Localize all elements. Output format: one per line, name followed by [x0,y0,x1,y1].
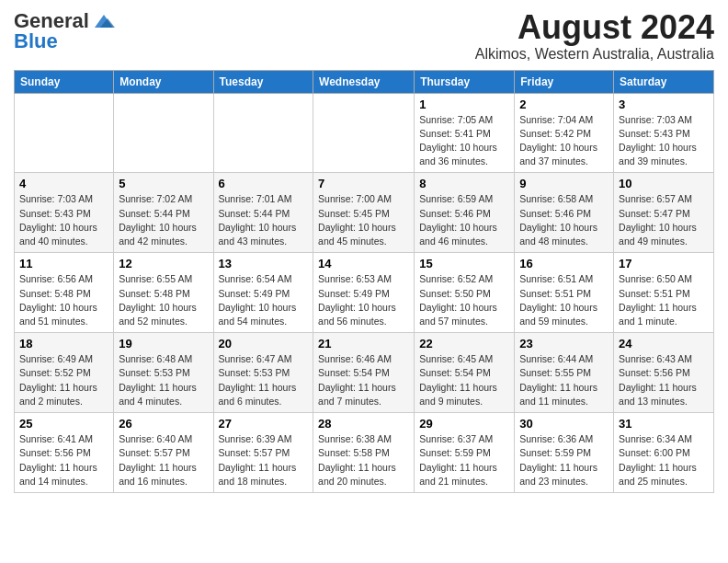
day-number: 19 [119,337,208,350]
week-row-4: 18Sunrise: 6:49 AMSunset: 5:52 PMDayligh… [15,333,714,413]
day-number: 7 [318,177,409,190]
day-info: Sunrise: 6:39 AMSunset: 5:57 PMDaylight:… [219,432,309,488]
week-row-5: 25Sunrise: 6:41 AMSunset: 5:56 PMDayligh… [15,413,714,493]
day-info: Sunrise: 6:34 AMSunset: 6:00 PMDaylight:… [619,432,709,488]
calendar-cell: 12Sunrise: 6:55 AMSunset: 5:48 PMDayligh… [114,253,213,333]
calendar-cell [114,93,213,173]
day-number: 2 [519,98,609,111]
day-number: 27 [219,417,309,431]
day-number: 26 [119,417,208,431]
calendar-cell [15,93,114,173]
day-info: Sunrise: 6:36 AMSunset: 5:59 PMDaylight:… [519,432,609,488]
calendar-cell: 7Sunrise: 7:00 AMSunset: 5:45 PMDaylight… [313,173,415,253]
day-number: 1 [419,98,509,111]
day-number: 11 [19,257,108,270]
calendar-cell: 28Sunrise: 6:38 AMSunset: 5:58 PMDayligh… [313,413,415,493]
day-info: Sunrise: 6:37 AMSunset: 5:59 PMDaylight:… [419,432,509,488]
day-number: 13 [219,257,309,270]
day-of-week-wednesday: Wednesday [313,70,415,93]
calendar-cell: 13Sunrise: 6:54 AMSunset: 5:49 PMDayligh… [213,253,313,333]
day-number: 25 [19,417,108,431]
day-number: 14 [318,257,409,270]
day-info: Sunrise: 6:50 AMSunset: 5:51 PMDaylight:… [619,272,709,328]
day-info: Sunrise: 6:47 AMSunset: 5:53 PMDaylight:… [219,352,309,408]
day-info: Sunrise: 6:44 AMSunset: 5:55 PMDaylight:… [519,352,609,408]
day-info: Sunrise: 7:03 AMSunset: 5:43 PMDaylight:… [19,192,108,248]
logo-blue: Blue [14,29,58,53]
day-info: Sunrise: 6:40 AMSunset: 5:57 PMDaylight:… [119,432,208,488]
day-info: Sunrise: 7:05 AMSunset: 5:41 PMDaylight:… [419,113,509,169]
day-number: 18 [19,337,108,350]
calendar-cell: 4Sunrise: 7:03 AMSunset: 5:43 PMDaylight… [15,173,114,253]
calendar-cell: 27Sunrise: 6:39 AMSunset: 5:57 PMDayligh… [213,413,313,493]
calendar-cell: 24Sunrise: 6:43 AMSunset: 5:56 PMDayligh… [614,333,714,413]
week-row-1: 1Sunrise: 7:05 AMSunset: 5:41 PMDaylight… [15,93,714,173]
logo-bird-icon [91,11,117,31]
calendar-cell: 19Sunrise: 6:48 AMSunset: 5:53 PMDayligh… [114,333,213,413]
day-number: 17 [619,257,709,270]
calendar-cell: 20Sunrise: 6:47 AMSunset: 5:53 PMDayligh… [213,333,313,413]
day-number: 6 [219,177,309,190]
day-number: 30 [519,417,609,431]
calendar-cell: 11Sunrise: 6:56 AMSunset: 5:48 PMDayligh… [15,253,114,333]
day-of-week-sunday: Sunday [15,70,114,93]
page-header: General Blue August 2024 Alkimos, Wester… [14,9,714,63]
calendar-table: SundayMondayTuesdayWednesdayThursdayFrid… [14,70,714,493]
location-title: Alkimos, Western Australia, Australia [475,46,714,63]
logo: General Blue [14,9,117,53]
calendar-cell [213,93,313,173]
day-number: 23 [519,337,609,350]
day-info: Sunrise: 6:58 AMSunset: 5:46 PMDaylight:… [519,192,609,248]
day-number: 24 [619,337,709,350]
day-number: 15 [419,257,509,270]
day-info: Sunrise: 6:52 AMSunset: 5:50 PMDaylight:… [419,272,509,328]
day-number: 10 [619,177,709,190]
day-info: Sunrise: 6:57 AMSunset: 5:47 PMDaylight:… [619,192,709,248]
calendar-cell: 8Sunrise: 6:59 AMSunset: 5:46 PMDaylight… [415,173,515,253]
day-number: 3 [619,98,709,111]
day-of-week-saturday: Saturday [614,70,714,93]
day-info: Sunrise: 6:46 AMSunset: 5:54 PMDaylight:… [318,352,409,408]
day-number: 16 [519,257,609,270]
day-number: 5 [119,177,208,190]
calendar-cell: 2Sunrise: 7:04 AMSunset: 5:42 PMDaylight… [515,93,614,173]
day-number: 28 [318,417,409,431]
calendar-cell: 17Sunrise: 6:50 AMSunset: 5:51 PMDayligh… [614,253,714,333]
day-of-week-tuesday: Tuesday [213,70,313,93]
calendar-cell: 23Sunrise: 6:44 AMSunset: 5:55 PMDayligh… [515,333,614,413]
day-number: 9 [519,177,609,190]
calendar-cell: 30Sunrise: 6:36 AMSunset: 5:59 PMDayligh… [515,413,614,493]
calendar-cell: 10Sunrise: 6:57 AMSunset: 5:47 PMDayligh… [614,173,714,253]
calendar-cell: 6Sunrise: 7:01 AMSunset: 5:44 PMDaylight… [213,173,313,253]
week-row-2: 4Sunrise: 7:03 AMSunset: 5:43 PMDaylight… [15,173,714,253]
day-info: Sunrise: 6:41 AMSunset: 5:56 PMDaylight:… [19,432,108,488]
day-info: Sunrise: 6:59 AMSunset: 5:46 PMDaylight:… [419,192,509,248]
day-info: Sunrise: 6:38 AMSunset: 5:58 PMDaylight:… [318,432,409,488]
calendar-cell: 31Sunrise: 6:34 AMSunset: 6:00 PMDayligh… [614,413,714,493]
day-info: Sunrise: 6:51 AMSunset: 5:51 PMDaylight:… [519,272,609,328]
day-number: 29 [419,417,509,431]
day-of-week-friday: Friday [515,70,614,93]
day-number: 31 [619,417,709,431]
day-info: Sunrise: 6:49 AMSunset: 5:52 PMDaylight:… [19,352,108,408]
day-of-week-monday: Monday [114,70,213,93]
day-info: Sunrise: 6:55 AMSunset: 5:48 PMDaylight:… [119,272,208,328]
calendar-cell: 26Sunrise: 6:40 AMSunset: 5:57 PMDayligh… [114,413,213,493]
day-number: 4 [19,177,108,190]
day-info: Sunrise: 6:48 AMSunset: 5:53 PMDaylight:… [119,352,208,408]
day-number: 22 [419,337,509,350]
calendar-cell: 9Sunrise: 6:58 AMSunset: 5:46 PMDaylight… [515,173,614,253]
calendar-cell: 15Sunrise: 6:52 AMSunset: 5:50 PMDayligh… [415,253,515,333]
calendar-cell: 21Sunrise: 6:46 AMSunset: 5:54 PMDayligh… [313,333,415,413]
day-info: Sunrise: 7:03 AMSunset: 5:43 PMDaylight:… [619,113,709,169]
calendar-cell: 1Sunrise: 7:05 AMSunset: 5:41 PMDaylight… [415,93,515,173]
day-info: Sunrise: 7:02 AMSunset: 5:44 PMDaylight:… [119,192,208,248]
month-title: August 2024 [475,9,714,46]
day-info: Sunrise: 6:54 AMSunset: 5:49 PMDaylight:… [219,272,309,328]
day-info: Sunrise: 7:01 AMSunset: 5:44 PMDaylight:… [219,192,309,248]
day-number: 20 [219,337,309,350]
calendar-cell: 18Sunrise: 6:49 AMSunset: 5:52 PMDayligh… [15,333,114,413]
day-info: Sunrise: 7:04 AMSunset: 5:42 PMDaylight:… [519,113,609,169]
day-info: Sunrise: 6:53 AMSunset: 5:49 PMDaylight:… [318,272,409,328]
day-info: Sunrise: 7:00 AMSunset: 5:45 PMDaylight:… [318,192,409,248]
